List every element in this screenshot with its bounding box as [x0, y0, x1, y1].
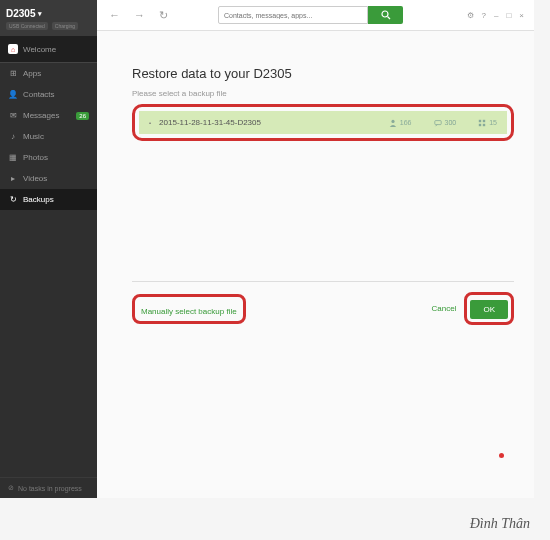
device-name-label: D2305 [6, 8, 35, 19]
svg-line-1 [387, 17, 390, 20]
home-icon: ⌂ [8, 44, 18, 54]
apps-icon: ⊞ [8, 69, 18, 78]
footer-status: ⊘ No tasks in progress [0, 477, 97, 498]
sidebar-item-label: Apps [23, 69, 41, 78]
sidebar-item-label: Videos [23, 174, 47, 183]
sidebar-item-label: Contacts [23, 90, 55, 99]
bottom-action-row: Manually select backup file Cancel OK [132, 281, 514, 325]
charging-status: Charging [52, 22, 78, 30]
svg-rect-3 [434, 120, 440, 124]
highlight-manual-link: Manually select backup file [132, 294, 246, 324]
contacts-icon: 👤 [8, 90, 18, 99]
cancel-button[interactable]: Cancel [432, 304, 457, 313]
settings-icon[interactable]: ⚙ [465, 10, 476, 21]
app-icon [478, 119, 486, 127]
manual-select-link[interactable]: Manually select backup file [141, 307, 237, 316]
svg-rect-5 [483, 119, 485, 121]
message-icon [434, 119, 442, 127]
radio-icon: • [149, 120, 151, 126]
sidebar-item-label: Welcome [23, 45, 56, 54]
red-dot-icon [499, 453, 504, 458]
sidebar-item-photos[interactable]: ▦ Photos [0, 147, 97, 168]
sidebar-item-label: Messages [23, 111, 59, 120]
footer-status-label: No tasks in progress [18, 485, 82, 492]
sidebar-item-label: Music [23, 132, 44, 141]
page-subtitle: Please select a backup file [132, 89, 514, 98]
refresh-button[interactable]: ↻ [155, 7, 172, 24]
photos-icon: ▦ [8, 153, 18, 162]
forward-button[interactable]: → [130, 7, 149, 23]
messages-icon: ✉ [8, 111, 18, 120]
search-input[interactable] [218, 6, 368, 24]
search-button[interactable] [368, 6, 403, 24]
backup-contacts-stat: 166 [389, 119, 412, 127]
contact-icon [389, 119, 397, 127]
device-header: D2305 ▾ USB Connected Charging [0, 0, 97, 36]
svg-rect-6 [479, 123, 481, 125]
backup-file-row[interactable]: • 2015-11-28-11-31-45-D2305 166 300 15 [139, 111, 507, 134]
chevron-down-icon: ▾ [38, 10, 42, 18]
sidebar: D2305 ▾ USB Connected Charging ⌂ Welcome… [0, 0, 97, 498]
highlight-backup-row: • 2015-11-28-11-31-45-D2305 166 300 15 [132, 104, 514, 141]
videos-icon: ▸ [8, 174, 18, 183]
window-controls: ⚙ ? – □ × [465, 10, 526, 21]
messages-badge: 26 [76, 112, 89, 120]
backup-apps-stat: 15 [478, 119, 497, 127]
backups-icon: ↻ [8, 195, 18, 204]
svg-rect-7 [483, 123, 485, 125]
page-title: Restore data to your D2305 [132, 66, 514, 81]
sidebar-item-videos[interactable]: ▸ Videos [0, 168, 97, 189]
sidebar-item-backups[interactable]: ↻ Backups [0, 189, 97, 210]
highlight-ok-button: OK [464, 292, 514, 325]
sidebar-item-contacts[interactable]: 👤 Contacts [0, 84, 97, 105]
device-status: USB Connected Charging [6, 22, 91, 30]
app-window: D2305 ▾ USB Connected Charging ⌂ Welcome… [0, 0, 534, 498]
block-icon: ⊘ [8, 484, 14, 492]
sidebar-item-messages[interactable]: ✉ Messages 26 [0, 105, 97, 126]
signature: Đình Thân [470, 516, 530, 532]
content: Restore data to your D2305 Please select… [97, 31, 534, 498]
device-name[interactable]: D2305 ▾ [6, 8, 91, 19]
sidebar-item-label: Photos [23, 153, 48, 162]
svg-point-2 [391, 119, 394, 122]
usb-status: USB Connected [6, 22, 48, 30]
sidebar-item-music[interactable]: ♪ Music [0, 126, 97, 147]
music-icon: ♪ [8, 132, 18, 141]
search-wrap [218, 6, 403, 24]
sidebar-item-apps[interactable]: ⊞ Apps [0, 63, 97, 84]
maximize-button[interactable]: □ [504, 10, 513, 21]
backup-filename: 2015-11-28-11-31-45-D2305 [159, 118, 367, 127]
minimize-button[interactable]: – [492, 10, 500, 21]
svg-rect-4 [479, 119, 481, 121]
sidebar-item-label: Backups [23, 195, 54, 204]
search-icon [381, 10, 391, 20]
close-button[interactable]: × [517, 10, 526, 21]
toolbar: ← → ↻ ⚙ ? – □ × [97, 0, 534, 31]
sidebar-item-welcome[interactable]: ⌂ Welcome [0, 36, 97, 63]
help-icon[interactable]: ? [480, 10, 488, 21]
back-button[interactable]: ← [105, 7, 124, 23]
main: ← → ↻ ⚙ ? – □ × Restore data to your D23… [97, 0, 534, 498]
ok-button[interactable]: OK [470, 300, 508, 319]
svg-point-0 [382, 11, 388, 17]
backup-messages-stat: 300 [434, 119, 457, 127]
